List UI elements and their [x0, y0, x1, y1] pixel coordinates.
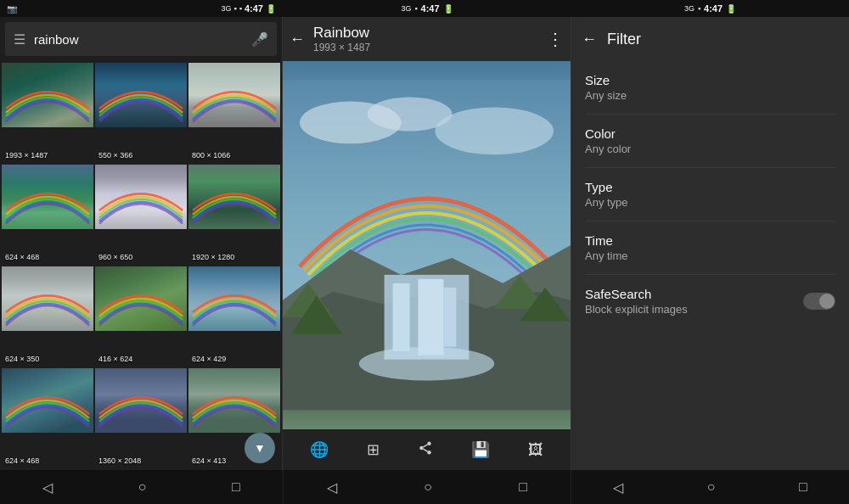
search-bar[interactable]: ☰ rainbow 🎤	[5, 22, 277, 56]
grid-item-label: 624 × 429	[192, 355, 226, 363]
svg-line-18	[423, 449, 427, 451]
svg-point-15	[427, 441, 431, 445]
filter-title: Filter	[607, 31, 641, 48]
grid-item-label: 1920 × 1280	[192, 253, 234, 261]
sb3-dot: ▪	[698, 4, 700, 13]
grid-item[interactable]: 416 × 624	[95, 266, 187, 367]
grid-item-label: 1993 × 1487	[5, 151, 48, 160]
grid-item[interactable]: 624 × 350	[2, 266, 93, 367]
grid-item-label: 624 × 413	[192, 456, 226, 465]
nav-bar-1: ◁ ○ □	[0, 470, 283, 504]
sb2-dot: ▪	[414, 4, 417, 13]
filter-item-value: Any time	[585, 249, 835, 262]
sb1-left-icon: 📷	[7, 4, 17, 14]
grid-rainbow-svg	[95, 63, 187, 127]
grid-item-label: 416 × 624	[98, 355, 132, 363]
grid-item[interactable]: 624 × 468	[2, 368, 93, 468]
sb2-signal: 3G	[401, 4, 411, 13]
image-grid: 1993 × 1487550 × 366800 × 1066624 × 4689…	[0, 61, 282, 470]
detail-title-area: Rainbow 1993 × 1487	[313, 25, 547, 53]
nav2-back-button[interactable]: ◁	[310, 473, 354, 502]
grid-rainbow-svg	[188, 63, 280, 127]
status-bar-1: 📷 3G ▪ ▪ 4:47 🔋	[0, 0, 283, 17]
grid-rainbow-svg	[2, 165, 93, 229]
grid-rainbow-svg	[188, 266, 280, 331]
grid-item-label: 1360 × 2048	[98, 456, 141, 465]
nav2-home-button[interactable]: ○	[407, 473, 449, 501]
detail-more-button[interactable]: ⋮	[547, 29, 564, 49]
filter-item-value: Block explicit images	[585, 303, 688, 316]
grid-item[interactable]: 960 × 650	[95, 165, 187, 265]
safesearch-toggle[interactable]	[803, 293, 835, 310]
detail-panel: ← Rainbow 1993 × 1487 ⋮	[283, 17, 571, 470]
share-button[interactable]	[411, 434, 440, 467]
nav3-home-button[interactable]: ○	[690, 473, 733, 501]
svg-rect-9	[443, 288, 456, 347]
nav1-home-button[interactable]: ○	[121, 473, 164, 501]
sb3-time: 4:47	[704, 3, 722, 14]
filter-back-button[interactable]: ←	[582, 31, 597, 48]
grid-item-label: 800 × 1066	[192, 151, 230, 160]
sb1-signal: 3G	[222, 4, 232, 13]
filter-item[interactable]: Time Any time	[585, 221, 835, 275]
filter-item-value: Any size	[585, 89, 835, 102]
nav3-back-button[interactable]: ◁	[596, 473, 640, 502]
grid-rainbow-svg	[2, 63, 93, 127]
grid-rainbow-svg	[2, 368, 93, 433]
filter-item[interactable]: Type Any type	[585, 168, 835, 221]
grid-item[interactable]: 1920 × 1280	[188, 165, 280, 265]
svg-line-19	[423, 444, 427, 446]
search-panel: ☰ rainbow 🎤 1993 × 1487550 × 366800 × 10…	[0, 17, 283, 470]
filter-icon: ▼	[254, 441, 266, 455]
filter-item[interactable]: SafeSearch Block explicit images	[585, 275, 835, 328]
grid-rainbow-svg	[2, 266, 93, 331]
sb2-time: 4:47	[421, 3, 440, 14]
grid-item-label: 960 × 650	[98, 253, 132, 261]
sb1-battery-icon: 🔋	[266, 4, 276, 14]
nav3-recent-button[interactable]: □	[782, 473, 824, 501]
status-bars: 📷 3G ▪ ▪ 4:47 🔋 3G ▪ 4:47 🔋 3G ▪ 4:47 🔋	[0, 0, 849, 17]
sb1-time: 4:47	[245, 3, 263, 14]
svg-point-17	[427, 451, 431, 455]
nav1-back-button[interactable]: ◁	[25, 473, 70, 502]
svg-rect-7	[393, 283, 410, 351]
filter-header: ← Filter	[571, 17, 849, 61]
filter-panel: ← Filter Size Any size Color Any color T…	[571, 17, 849, 470]
hamburger-icon[interactable]: ☰	[14, 31, 25, 48]
filter-item-label: Type	[585, 180, 835, 194]
filter-item-label: Size	[585, 73, 835, 87]
grid-item[interactable]: 550 × 366	[95, 63, 187, 163]
nav2-recent-button[interactable]: □	[502, 473, 544, 501]
save-button[interactable]: 💾	[464, 434, 497, 466]
filter-list: Size Any size Color Any color Type Any t…	[571, 61, 849, 470]
grid-item[interactable]: 1993 × 1487	[2, 63, 93, 163]
svg-rect-8	[419, 279, 444, 356]
globe-button[interactable]: 🌐	[303, 434, 335, 466]
grid-rainbow-svg	[95, 368, 187, 433]
grid-item-label: 550 × 366	[98, 151, 132, 160]
detail-back-button[interactable]: ←	[290, 31, 305, 48]
detail-scene-svg	[283, 61, 571, 429]
filter-fab-button[interactable]: ▼	[245, 433, 275, 463]
grid-rainbow-svg	[95, 165, 187, 229]
grid-item-label: 624 × 350	[5, 355, 39, 363]
sb1-battery: ▪	[239, 4, 242, 13]
status-bar-3: 3G ▪ 4:47 🔋	[571, 0, 849, 17]
filter-item-label: SafeSearch	[585, 287, 688, 301]
nav1-recent-button[interactable]: □	[215, 473, 257, 501]
grid-item[interactable]: 624 × 429	[188, 266, 280, 367]
grid-item[interactable]: 800 × 1066	[188, 63, 280, 163]
gallery-button[interactable]: 🖼	[521, 434, 550, 466]
image-view-button[interactable]: ⊞	[360, 434, 386, 466]
grid-item[interactable]: 624 × 468	[2, 165, 93, 265]
filter-item[interactable]: Color Any color	[585, 115, 835, 168]
detail-header: ← Rainbow 1993 × 1487 ⋮	[283, 17, 571, 61]
nav-bars: ◁ ○ □ ◁ ○ □ ◁ ○ □	[0, 470, 849, 504]
grid-item[interactable]: 1360 × 2048	[95, 368, 187, 468]
detail-toolbar: 🌐 ⊞ 💾 🖼	[283, 429, 571, 470]
toggle-knob	[819, 294, 835, 309]
filter-item[interactable]: Size Any size	[585, 61, 835, 115]
detail-image-bg	[283, 61, 571, 429]
sb2-battery: 🔋	[443, 4, 453, 14]
mic-icon[interactable]: 🎤	[251, 31, 268, 48]
